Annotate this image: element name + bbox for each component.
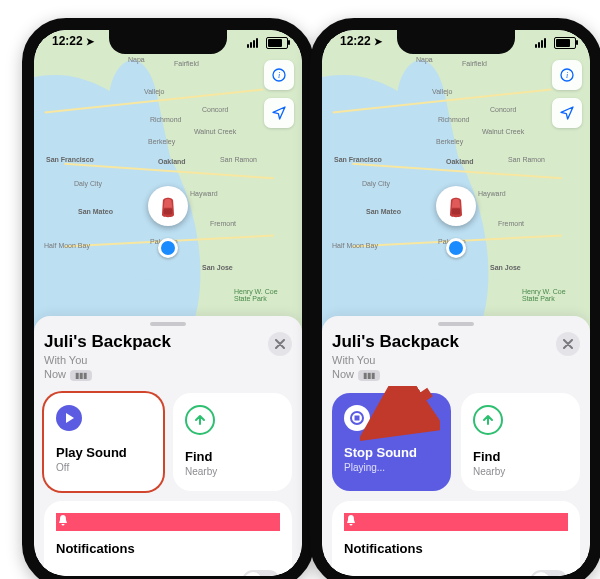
map-label: Half Moon Bay bbox=[332, 242, 378, 249]
map-label: Fairfield bbox=[462, 60, 487, 67]
play-sound-label: Play Sound bbox=[56, 445, 151, 460]
map-label: San Mateo bbox=[366, 208, 401, 215]
map-locate-button[interactable] bbox=[264, 98, 294, 128]
map-label: Walnut Creek bbox=[194, 128, 236, 135]
item-sheet[interactable]: Juli's Backpack With You Now▮▮▮ bbox=[34, 316, 302, 576]
find-status: Nearby bbox=[473, 466, 568, 477]
find-arrow-icon bbox=[473, 405, 503, 435]
map-label: Henry W. Coe State Park bbox=[522, 288, 570, 302]
time-text: 12:22 bbox=[52, 34, 83, 48]
map-label: Berkeley bbox=[436, 138, 463, 145]
play-sound-status: Off bbox=[56, 462, 151, 473]
map-info-button[interactable]: i bbox=[264, 60, 294, 90]
map-label: Hayward bbox=[190, 190, 218, 197]
svg-rect-5 bbox=[452, 209, 461, 215]
map-label: San Francisco bbox=[334, 156, 382, 163]
timestamp-text: Now bbox=[332, 368, 354, 380]
user-location-dot bbox=[158, 238, 178, 258]
map-controls: i bbox=[552, 60, 582, 128]
cell-signal-icon bbox=[535, 38, 546, 48]
screen: 12:22 ➤ Vacaville Fairfield Nap bbox=[322, 30, 590, 576]
notifications-card[interactable]: Notifications Notify When Found bbox=[332, 501, 580, 576]
item-subtitle: With You bbox=[44, 354, 268, 366]
item-pin[interactable] bbox=[436, 186, 476, 226]
map-label: Hayward bbox=[478, 190, 506, 197]
close-icon bbox=[275, 339, 285, 349]
map-label: Richmond bbox=[438, 116, 470, 123]
stop-icon bbox=[344, 405, 370, 431]
map-label: Daly City bbox=[74, 180, 102, 187]
item-sheet[interactable]: Juli's Backpack With You Now▮▮▮ bbox=[322, 316, 590, 576]
sheet-grabber[interactable] bbox=[150, 322, 186, 326]
map-controls: i bbox=[264, 60, 294, 128]
notifications-heading: Notifications bbox=[344, 541, 568, 556]
map-label: Fremont bbox=[210, 220, 236, 227]
status-bar: 12:22 ➤ bbox=[34, 34, 302, 52]
cell-signal-icon bbox=[247, 38, 258, 48]
find-card[interactable]: Find Nearby bbox=[173, 393, 292, 491]
play-sound-card[interactable]: Play Sound Off bbox=[44, 393, 163, 491]
map-label: Henry W. Coe State Park bbox=[234, 288, 282, 302]
map-label: San Francisco bbox=[46, 156, 94, 163]
notifications-card[interactable]: Notifications Notify When Found bbox=[44, 501, 292, 576]
find-label: Find bbox=[185, 449, 280, 464]
map-label: Concord bbox=[202, 106, 228, 113]
map-label: San Ramon bbox=[220, 156, 257, 163]
map-label: Napa bbox=[128, 56, 145, 63]
sheet-grabber[interactable] bbox=[438, 322, 474, 326]
backpack-icon bbox=[157, 194, 179, 218]
user-location-dot bbox=[446, 238, 466, 258]
battery-icon bbox=[554, 37, 576, 49]
item-timestamp: Now▮▮▮ bbox=[44, 368, 268, 381]
item-timestamp: Now▮▮▮ bbox=[332, 368, 556, 381]
map-label: Vallejo bbox=[144, 88, 165, 95]
location-services-icon: ➤ bbox=[86, 36, 94, 47]
stop-sound-label: Stop Sound bbox=[344, 445, 439, 460]
timestamp-text: Now bbox=[44, 368, 66, 380]
find-status: Nearby bbox=[185, 466, 280, 477]
map-label: Walnut Creek bbox=[482, 128, 524, 135]
play-icon bbox=[56, 405, 82, 431]
map-label: Napa bbox=[416, 56, 433, 63]
location-services-icon: ➤ bbox=[374, 36, 382, 47]
close-icon bbox=[563, 339, 573, 349]
notify-toggle[interactable] bbox=[242, 570, 280, 576]
bell-icon bbox=[344, 513, 568, 531]
backpack-icon bbox=[445, 194, 467, 218]
battery-icon bbox=[266, 37, 288, 49]
map-info-button[interactable]: i bbox=[552, 60, 582, 90]
notify-when-found-row[interactable]: Notify When Found bbox=[344, 570, 568, 576]
map-label: Concord bbox=[490, 106, 516, 113]
find-card[interactable]: Find Nearby bbox=[461, 393, 580, 491]
status-time: 12:22 ➤ bbox=[52, 34, 94, 48]
item-title: Juli's Backpack bbox=[332, 332, 556, 352]
map-label: Half Moon Bay bbox=[44, 242, 90, 249]
item-pin[interactable] bbox=[148, 186, 188, 226]
notifications-heading: Notifications bbox=[56, 541, 280, 556]
map-label: Fairfield bbox=[174, 60, 199, 67]
svg-text:i: i bbox=[278, 71, 280, 80]
svg-rect-2 bbox=[164, 209, 173, 215]
map-label: Berkeley bbox=[148, 138, 175, 145]
with-you-text: With You bbox=[332, 354, 375, 366]
battery-pill-icon: ▮▮▮ bbox=[358, 370, 380, 381]
notify-toggle[interactable] bbox=[530, 570, 568, 576]
svg-text:i: i bbox=[566, 71, 568, 80]
find-arrow-icon bbox=[185, 405, 215, 435]
stop-sound-card[interactable]: Stop Sound Playing... bbox=[332, 393, 451, 491]
map-label: San Ramon bbox=[508, 156, 545, 163]
notify-when-found-row[interactable]: Notify When Found bbox=[56, 570, 280, 576]
map-label: San Jose bbox=[490, 264, 521, 271]
notify-when-label: Notify When Found bbox=[56, 575, 150, 576]
find-label: Find bbox=[473, 449, 568, 464]
map-label: Daly City bbox=[362, 180, 390, 187]
status-time: 12:22 ➤ bbox=[340, 34, 382, 48]
phone-frame-left: 12:22 ➤ Vacaville Fairfield bbox=[22, 18, 314, 579]
time-text: 12:22 bbox=[340, 34, 371, 48]
bell-icon bbox=[56, 513, 280, 531]
close-button[interactable] bbox=[556, 332, 580, 356]
map-label: Oakland bbox=[446, 158, 474, 165]
close-button[interactable] bbox=[268, 332, 292, 356]
map-locate-button[interactable] bbox=[552, 98, 582, 128]
map-label: San Jose bbox=[202, 264, 233, 271]
